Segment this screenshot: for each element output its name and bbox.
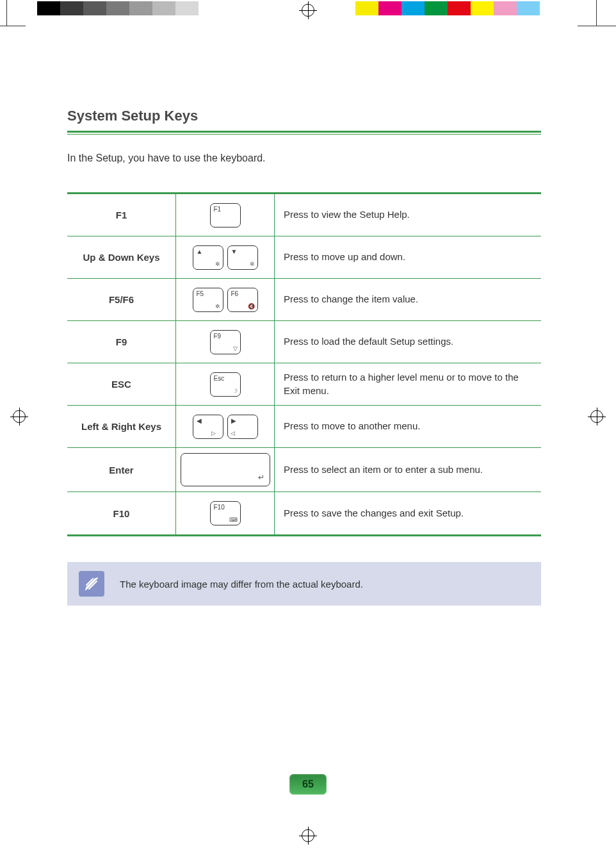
keycap-icon: F6🔇: [227, 288, 258, 312]
title-divider-thin: [67, 134, 541, 135]
key-visual: F1: [176, 194, 275, 236]
key-name: Enter: [67, 448, 176, 492]
color-swatch: [378, 1, 401, 15]
crop-mark: [6, 0, 7, 26]
registration-mark: [10, 408, 28, 426]
color-swatch: [129, 1, 152, 15]
table-row: ESCEsc☽Press to return to a higher level…: [67, 363, 541, 406]
key-name: Left & Right Keys: [67, 406, 176, 447]
registration-mark: [299, 827, 317, 845]
keycap-icon: Esc☽: [210, 372, 241, 397]
color-swatch: [425, 1, 448, 15]
color-swatch: [401, 1, 425, 15]
keycap-icon: F10⌨: [210, 501, 241, 525]
color-bar-right: [355, 1, 563, 15]
keycap-icon: ◀▷: [193, 415, 223, 439]
table-row: F10F10⌨Press to save the changes and exi…: [67, 492, 541, 534]
table-row: Enter↵Press to select an item or to ente…: [67, 448, 541, 492]
key-description: Press to select an item or to enter a su…: [275, 448, 541, 492]
key-description: Press to save the changes and exit Setup…: [275, 492, 541, 534]
keycap-icon: F9▽: [210, 330, 241, 354]
crop-mark: [596, 0, 597, 26]
key-name: F9: [67, 321, 176, 363]
color-swatch: [517, 1, 540, 15]
registration-mark: [299, 1, 317, 19]
key-description: Press to return to a higher level menu o…: [275, 363, 541, 405]
title-divider: [67, 131, 541, 133]
key-name: Up & Down Keys: [67, 236, 176, 278]
keycap-icon: ↵: [181, 453, 270, 486]
key-visual: F9▽: [176, 321, 275, 363]
note-text: The keyboard image may differ from the a…: [120, 579, 363, 590]
keycap-icon: F5✲: [193, 288, 223, 312]
key-visual: ▲✲▼✲: [176, 236, 275, 278]
table-row: F1F1Press to view the Setup Help.: [67, 194, 541, 236]
key-visual: ↵: [176, 448, 275, 492]
key-description: Press to move to another menu.: [275, 406, 541, 447]
page-content: System Setup Keys In the Setup, you have…: [67, 108, 541, 606]
setup-keys-table: F1F1Press to view the Setup Help.Up & Do…: [67, 192, 541, 536]
crop-mark: [578, 26, 616, 26]
keycap-icon: F1: [210, 203, 241, 227]
color-swatch: [106, 1, 129, 15]
color-swatch: [83, 1, 106, 15]
page-number-badge: 65: [289, 774, 327, 795]
color-swatch: [199, 1, 222, 15]
key-description: Press to change the item value.: [275, 279, 541, 320]
keycap-icon: ▼✲: [227, 245, 258, 270]
table-row: Left & Right Keys◀▷▶◁Press to move to an…: [67, 406, 541, 448]
color-swatch: [355, 1, 378, 15]
crop-mark: [0, 26, 26, 26]
key-description: Press to load the default Setup settings…: [275, 321, 541, 363]
section-title: System Setup Keys: [67, 108, 541, 131]
table-row: F5/F6F5✲F6🔇Press to change the item valu…: [67, 279, 541, 321]
color-swatch: [540, 1, 563, 15]
color-swatch: [494, 1, 517, 15]
note-box: The keyboard image may differ from the a…: [67, 562, 541, 606]
color-swatch: [37, 1, 60, 15]
key-visual: F5✲F6🔇: [176, 279, 275, 320]
key-name: F1: [67, 194, 176, 236]
color-bar-left: [37, 1, 222, 15]
page-number: 65: [302, 779, 314, 790]
color-swatch: [471, 1, 494, 15]
key-name: ESC: [67, 363, 176, 405]
key-name: F10: [67, 492, 176, 534]
table-row: Up & Down Keys▲✲▼✲Press to move up and d…: [67, 236, 541, 279]
keycap-icon: ▶◁: [227, 415, 258, 439]
color-swatch: [152, 1, 175, 15]
note-icon: [79, 571, 104, 597]
key-name: F5/F6: [67, 279, 176, 320]
key-description: Press to move up and down.: [275, 236, 541, 278]
color-swatch: [60, 1, 83, 15]
key-visual: Esc☽: [176, 363, 275, 405]
registration-mark: [588, 408, 606, 426]
key-description: Press to view the Setup Help.: [275, 194, 541, 236]
key-visual: ◀▷▶◁: [176, 406, 275, 447]
color-swatch: [448, 1, 471, 15]
key-visual: F10⌨: [176, 492, 275, 534]
intro-text: In the Setup, you have to use the keyboa…: [67, 153, 541, 164]
keycap-icon: ▲✲: [193, 245, 223, 270]
color-swatch: [175, 1, 199, 15]
table-row: F9F9▽Press to load the default Setup set…: [67, 321, 541, 363]
